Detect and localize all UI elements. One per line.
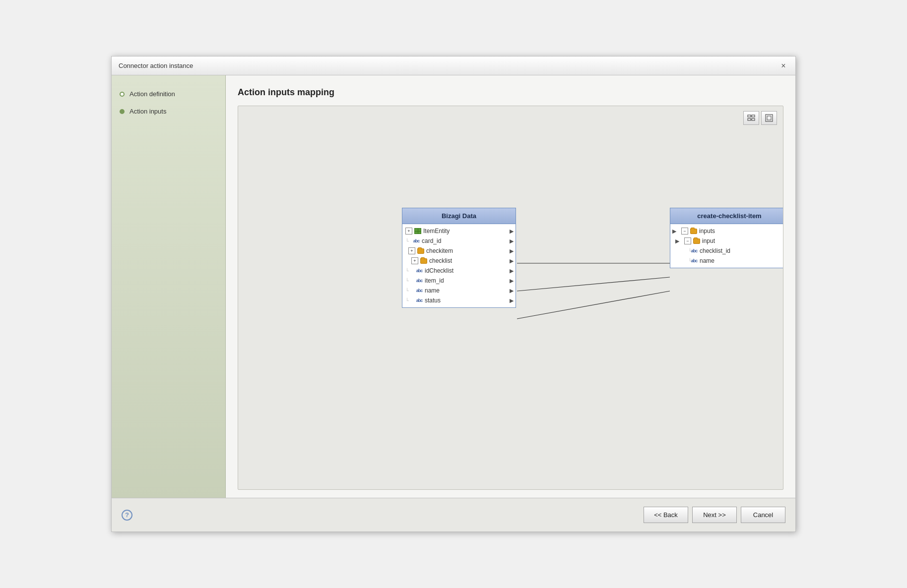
folder-icon [420, 257, 428, 264]
port-arrow[interactable]: ▶ [510, 258, 514, 264]
node-label: name [700, 257, 714, 264]
port-arrow[interactable]: ▶ [510, 238, 514, 244]
abc-icon: abc [415, 297, 423, 304]
sidebar-bullet-action-inputs [120, 109, 125, 114]
node-label: idChecklist [425, 267, 454, 274]
port-arrow-left[interactable]: ▶ [672, 228, 676, 235]
expand-icon[interactable]: + [408, 247, 415, 254]
tree-row: └ abc status ▶ [402, 295, 516, 305]
svg-line-9 [517, 277, 670, 291]
dialog-body: Action definition Action inputs Action i… [112, 75, 795, 498]
node-label: status [425, 297, 441, 304]
mapping-area: Bizagi Data + ItemEntity ▶ [238, 106, 783, 490]
expand-icon[interactable]: + [405, 228, 412, 235]
next-button[interactable]: Next >> [692, 507, 737, 523]
cancel-button[interactable]: Cancel [741, 507, 785, 523]
tree-row: + checklist ▶ [402, 256, 516, 266]
port-arrow[interactable]: ▶ [510, 278, 514, 284]
abc-icon: abc [415, 267, 423, 274]
tree-row: └ abc name ▶ [402, 286, 516, 295]
sidebar-label-action-inputs: Action inputs [130, 108, 166, 115]
dialog-titlebar: Connector action instance × [112, 57, 795, 75]
tree-row: └ abc idChecklist ▶ [402, 266, 516, 276]
node-label: checklist_id [700, 247, 730, 254]
sidebar-bullet-action-definition [120, 92, 125, 97]
expand-icon[interactable]: + [411, 257, 418, 264]
main-content: Action inputs mapping [226, 75, 795, 498]
dialog-title: Connector action instance [119, 62, 193, 69]
folder-icon [417, 247, 425, 254]
tree-row: ▶ − inputs [670, 226, 783, 236]
footer-left: ? [122, 510, 132, 521]
port-arrow[interactable]: ▶ [510, 297, 514, 304]
folder-icon [690, 228, 698, 235]
tree-row: └ abc card_id ▶ [402, 236, 516, 246]
abc-icon: abc [415, 277, 423, 284]
page-title: Action inputs mapping [238, 87, 783, 98]
node-label: input [702, 237, 715, 244]
create-checklist-box: create-checklist-item ▶ − inputs [670, 208, 783, 268]
node-label: item_id [425, 277, 444, 284]
create-checklist-body: ▶ − inputs ▶ − input [670, 224, 783, 268]
abc-icon: abc [690, 257, 698, 264]
bizagi-data-box: Bizagi Data + ItemEntity ▶ [402, 208, 516, 308]
dialog-footer: ? << Back Next >> Cancel [112, 498, 795, 531]
footer-right: << Back Next >> Cancel [644, 507, 785, 523]
port-arrow[interactable]: ▶ [510, 288, 514, 294]
create-checklist-header: create-checklist-item [670, 208, 783, 224]
close-button[interactable]: × [778, 61, 788, 71]
node-label: checklist [429, 257, 452, 264]
node-label: checkitem [426, 247, 453, 254]
node-label: card_id [422, 237, 441, 244]
bizagi-data-header: Bizagi Data [402, 208, 516, 224]
svg-line-10 [517, 291, 670, 319]
back-button[interactable]: << Back [644, 507, 688, 523]
tree-row: + ItemEntity ▶ [402, 226, 516, 236]
node-label: inputs [699, 228, 715, 235]
table-icon [414, 228, 422, 235]
port-arrow[interactable]: ▶ [510, 268, 514, 274]
expand-icon[interactable]: − [681, 228, 688, 235]
help-button[interactable]: ? [122, 510, 132, 521]
canvas: Bizagi Data + ItemEntity ▶ [238, 106, 783, 489]
sidebar-item-action-inputs[interactable]: Action inputs [112, 103, 225, 120]
tree-row: └ abc name [670, 256, 783, 266]
abc-icon: abc [415, 287, 423, 294]
bizagi-data-body: + ItemEntity ▶ └ abc card_id ▶ [402, 224, 516, 307]
folder-icon [693, 237, 701, 244]
dialog-window: Connector action instance × Action defin… [111, 56, 796, 532]
sidebar-label-action-definition: Action definition [130, 90, 175, 98]
node-label: name [425, 287, 440, 294]
abc-icon: abc [412, 237, 420, 244]
expand-icon[interactable]: − [684, 237, 691, 244]
sidebar: Action definition Action inputs [112, 75, 226, 498]
tree-row: └ abc checklist_id [670, 246, 783, 256]
tree-row: ▶ − input [670, 236, 783, 246]
node-label: ItemEntity [423, 228, 450, 235]
tree-row: + checkitem ▶ [402, 246, 516, 256]
tree-row: └ abc item_id ▶ [402, 276, 516, 286]
abc-icon: abc [690, 247, 698, 254]
sidebar-item-action-definition[interactable]: Action definition [112, 85, 225, 103]
port-arrow[interactable]: ▶ [510, 228, 514, 235]
port-arrow-left[interactable]: ▶ [675, 238, 679, 244]
port-arrow[interactable]: ▶ [510, 248, 514, 254]
